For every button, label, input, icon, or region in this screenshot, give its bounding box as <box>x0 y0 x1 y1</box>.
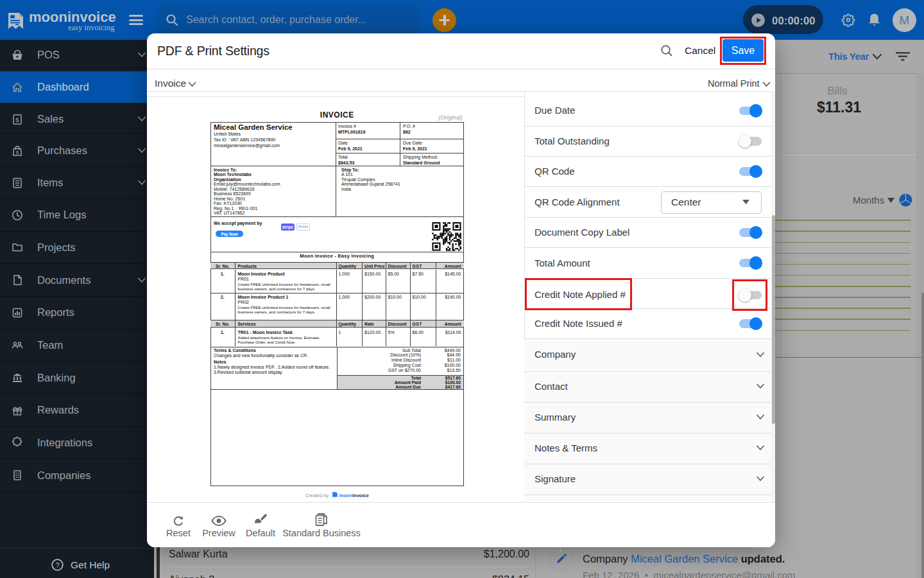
svg-text:$: $ <box>16 149 19 155</box>
svg-text:?: ? <box>55 561 59 569</box>
svg-text:$: $ <box>15 116 19 123</box>
